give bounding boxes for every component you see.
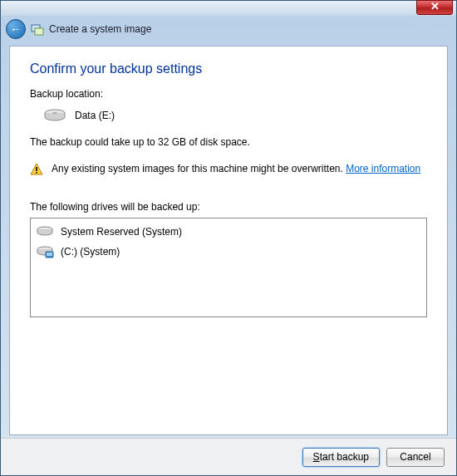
header-bar: ← Create a system image [1,16,456,42]
content-panel: Confirm your backup settings Backup loca… [9,46,448,435]
back-button[interactable]: ← [6,19,26,39]
drives-list-label: The following drives will be backed up: [30,201,427,213]
svg-rect-1 [35,28,43,35]
list-item: (C:) (System) [34,242,423,262]
drive-system-icon [36,245,54,258]
close-icon: ✕ [430,0,440,12]
start-backup-button[interactable]: Start backup [302,448,380,467]
footer-bar: Start backup Cancel [1,438,456,475]
backup-location-label: Backup location: [30,88,427,100]
backup-size-text: The backup could take up to 32 GB of dis… [30,136,427,148]
svg-rect-9 [47,253,52,256]
heading: Confirm your backup settings [30,61,427,76]
wizard-window: ✕ ← Create a system image Confirm your b… [0,0,457,476]
drive-icon [43,108,66,123]
drive-label: System Reserved (System) [61,226,182,238]
drives-list: System Reserved (System) (C:) (System) [30,218,427,317]
warning-row: Any existing system images for this mach… [30,163,427,176]
svg-rect-4 [36,167,37,171]
backup-location-row: Data (E:) [43,108,427,123]
system-image-icon [31,22,44,36]
more-information-link[interactable]: More information [346,163,420,174]
cancel-button[interactable]: Cancel [386,448,445,467]
svg-rect-5 [36,172,37,174]
page-title: Create a system image [49,23,151,35]
drive-label: (C:) (System) [61,246,120,258]
arrow-left-icon: ← [10,23,22,35]
close-button[interactable]: ✕ [416,0,453,15]
warning-text: Any existing system images for this mach… [52,163,420,174]
backup-location-value: Data (E:) [75,110,115,121]
warning-icon [30,163,43,176]
svg-point-3 [52,112,57,114]
list-item: System Reserved (System) [34,222,423,242]
titlebar: ✕ [1,1,456,16]
drive-icon [36,225,54,238]
